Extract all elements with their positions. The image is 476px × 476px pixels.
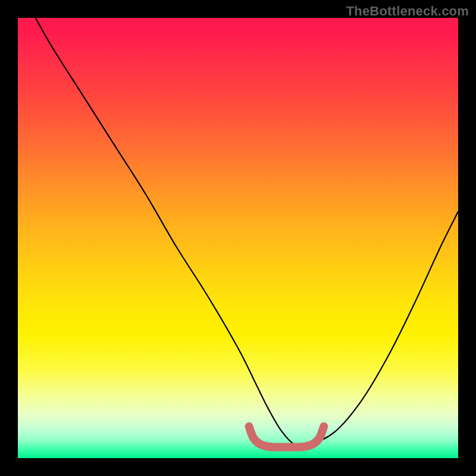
marker-dot-right	[321, 424, 327, 430]
watermark-text: TheBottleneck.com	[346, 4, 469, 19]
chart-container: TheBottleneck.com	[0, 0, 476, 476]
series-layer	[36, 18, 458, 447]
curve-main	[36, 18, 458, 447]
plot-area	[18, 18, 458, 458]
marker-dot-left	[246, 424, 252, 430]
chart-svg	[18, 18, 458, 458]
